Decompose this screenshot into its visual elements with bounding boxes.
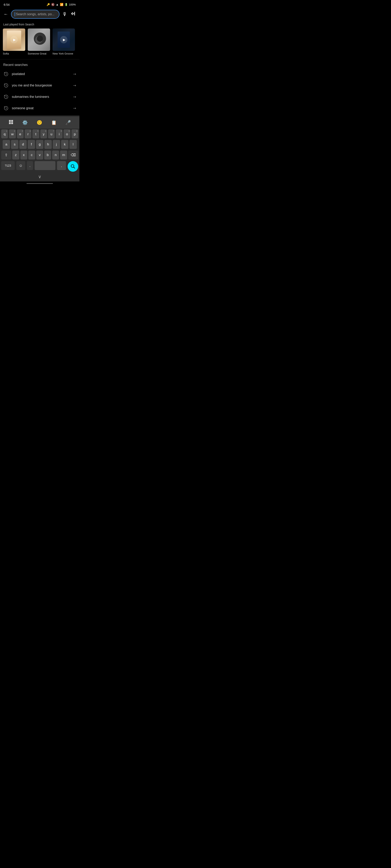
- key-k[interactable]: k: [61, 140, 68, 149]
- play-icon-someone-great: ▶: [38, 38, 40, 42]
- key-search[interactable]: [67, 161, 78, 172]
- key-y[interactable]: 6 y: [40, 129, 47, 138]
- card-title-sofia: Sofia: [3, 52, 25, 55]
- svg-rect-1: [72, 12, 73, 15]
- key-shift[interactable]: ⇧: [1, 151, 11, 159]
- audio-bars-button[interactable]: [70, 11, 77, 18]
- key-q[interactable]: 1 q: [1, 129, 8, 138]
- search-input-wrapper[interactable]: Search songs, artists, po...: [11, 10, 59, 19]
- key-d[interactable]: d: [19, 140, 27, 149]
- svg-rect-2: [73, 13, 74, 14]
- recent-searches-section: Recent searches pixelated ↗ you me and t…: [0, 60, 79, 114]
- history-icon-1: [3, 71, 9, 77]
- card-new-york-groove[interactable]: ▶ New York Groove: [53, 29, 75, 55]
- recent-search-submarines[interactable]: submarines the lumineers ↗: [0, 91, 79, 102]
- home-indicator: [0, 182, 79, 185]
- last-played-section: Last played from Search ▶ Sofia ▶ Someon…: [0, 21, 79, 59]
- kb-clipboard-button[interactable]: 📋: [50, 119, 58, 126]
- key-comma[interactable]: ,: [27, 161, 33, 170]
- recent-search-someone-great[interactable]: someone great ↗: [0, 102, 79, 114]
- key-p[interactable]: 0 p: [72, 129, 78, 138]
- last-played-label: Last played from Search: [0, 21, 79, 29]
- play-overlay-sofia: ▶: [10, 36, 18, 43]
- svg-rect-3: [74, 12, 75, 16]
- home-bar: [26, 183, 53, 184]
- status-time: 6:54: [4, 3, 9, 6]
- search-term-submarines: submarines the lumineers: [12, 95, 73, 99]
- key-e[interactable]: 3 e: [17, 129, 24, 138]
- key-r[interactable]: 4 r: [25, 129, 31, 138]
- svg-rect-9: [11, 120, 13, 122]
- keyboard-middle-row: a s d f g h j k l: [0, 139, 79, 150]
- keyboard-number-row: 1 q 2 w 3 e 4 r 5 t 6 y 7 u 8 i: [0, 129, 79, 139]
- key-b[interactable]: b: [44, 151, 51, 159]
- key-n[interactable]: n: [52, 151, 59, 159]
- svg-rect-11: [11, 122, 13, 124]
- key-m[interactable]: m: [60, 151, 67, 159]
- text-cursor: [15, 12, 15, 16]
- keyboard-bottom-row: ⇧ z x c v b n m ⌫: [0, 150, 79, 160]
- kb-apps-button[interactable]: [7, 119, 15, 127]
- key-backspace[interactable]: ⌫: [68, 151, 78, 159]
- key-w[interactable]: 2 w: [9, 129, 16, 138]
- history-icon-4: [3, 105, 9, 111]
- mute-icon: 🔇: [51, 3, 55, 6]
- key-h[interactable]: h: [45, 140, 52, 149]
- key-v[interactable]: v: [36, 151, 43, 159]
- key-z[interactable]: z: [12, 151, 19, 159]
- recent-search-you-me[interactable]: you me and the bourgeoisie ↗: [0, 80, 79, 91]
- cards-row: ▶ Sofia ▶ Someone Great ▶ New York Groov…: [0, 29, 79, 59]
- kb-settings-button[interactable]: ⚙️: [21, 119, 29, 126]
- key-icon: 🔑: [47, 3, 50, 6]
- key-space[interactable]: [35, 161, 55, 170]
- card-thumb-new-york[interactable]: ▶: [53, 29, 75, 51]
- play-icon-new-york: ▶: [63, 38, 65, 42]
- card-thumb-sofia[interactable]: ▶: [3, 29, 25, 51]
- key-c[interactable]: c: [28, 151, 35, 159]
- search-term-someone-great: someone great: [12, 106, 73, 110]
- back-button[interactable]: ←: [3, 11, 9, 18]
- status-bar: 6:54 🔑 🔇 ▲ 📶 🔋 100%: [0, 0, 79, 8]
- keyboard-toolbar: ⚙️ 🙂 📋 🎤: [0, 117, 79, 129]
- play-overlay-new-york: ▶: [60, 36, 67, 43]
- key-numbers-toggle[interactable]: ?123: [1, 161, 15, 170]
- key-g[interactable]: g: [36, 140, 44, 149]
- keyboard-space-row: ?123 ☺ , .: [0, 160, 79, 173]
- keyboard-collapse-row: ∨: [0, 173, 79, 182]
- signal-icon: 📶: [60, 3, 63, 6]
- key-period[interactable]: .: [57, 161, 66, 170]
- key-o[interactable]: 9 o: [63, 129, 70, 138]
- history-icon-2: [3, 83, 9, 88]
- search-term-you-me: you me and the bourgeoisie: [12, 84, 73, 87]
- keyboard-collapse-button[interactable]: ∨: [38, 174, 41, 179]
- battery-icon: 🔋: [64, 3, 68, 6]
- key-u[interactable]: 7 u: [48, 129, 55, 138]
- card-someone-great[interactable]: ▶ Someone Great: [28, 29, 50, 55]
- card-title-new-york: New York Groove: [53, 52, 75, 55]
- key-t[interactable]: 5 t: [32, 129, 39, 138]
- key-a[interactable]: a: [3, 140, 10, 149]
- key-j[interactable]: j: [53, 140, 60, 149]
- search-area: ← Search songs, artists, po... 🎙: [0, 8, 79, 21]
- key-i[interactable]: 8 i: [56, 129, 62, 138]
- keyboard: ⚙️ 🙂 📋 🎤 1 q 2 w 3 e 4 r 5 t 6 y: [0, 116, 79, 182]
- key-s[interactable]: s: [11, 140, 18, 149]
- status-icons: 🔑 🔇 ▲ 📶 🔋 100%: [47, 3, 76, 6]
- wifi-icon: ▲: [56, 3, 59, 6]
- recent-search-pixelated[interactable]: pixelated ↗: [0, 68, 79, 80]
- recent-searches-label: Recent searches: [0, 60, 79, 68]
- card-title-someone-great: Someone Great: [28, 52, 50, 55]
- search-placeholder: Search songs, artists, po...: [16, 12, 54, 16]
- key-x[interactable]: x: [20, 151, 27, 159]
- mic-button[interactable]: 🎙: [61, 10, 68, 18]
- key-f[interactable]: f: [28, 140, 35, 149]
- kb-emoji-button[interactable]: 🙂: [35, 119, 44, 126]
- key-l[interactable]: l: [69, 140, 77, 149]
- history-icon-3: [3, 94, 9, 100]
- battery-percent: 100%: [69, 3, 76, 6]
- card-thumb-someone-great[interactable]: ▶: [28, 29, 50, 51]
- card-sofia[interactable]: ▶ Sofia: [3, 29, 25, 55]
- key-emoji-face[interactable]: ☺: [16, 161, 25, 170]
- play-overlay-someone-great: ▶: [35, 36, 43, 43]
- kb-mic-button[interactable]: 🎤: [64, 119, 73, 126]
